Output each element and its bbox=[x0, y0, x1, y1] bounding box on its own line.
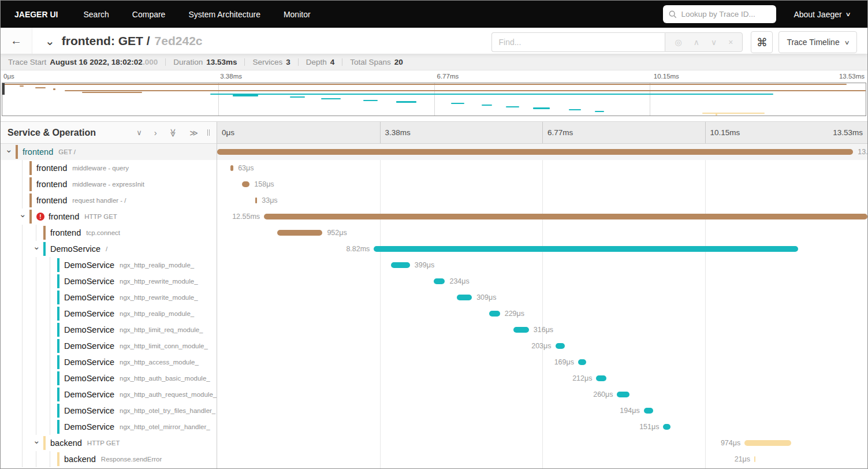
span-tree-row[interactable]: DemoServicengx_http_otel_mirror_handler_ bbox=[1, 419, 217, 435]
minimap-span-bar[interactable] bbox=[53, 88, 55, 90]
minimap-span-bar[interactable] bbox=[363, 100, 378, 101]
span-timeline-row[interactable]: 169μs bbox=[217, 354, 867, 370]
minimap-span-bar[interactable] bbox=[482, 105, 493, 106]
collapse-one-icon[interactable]: ∨ bbox=[136, 129, 142, 136]
minimap-span-bar[interactable] bbox=[716, 114, 717, 115]
minimap-span-bar[interactable] bbox=[533, 107, 550, 109]
minimap-span-bar[interactable] bbox=[290, 96, 305, 98]
expand-collapse-chevron-icon[interactable]: ⌄ bbox=[19, 212, 27, 217]
span-timeline-row[interactable]: 952μs bbox=[217, 225, 867, 241]
span-tree-row[interactable]: DemoServicengx_http_realip_module_ bbox=[1, 306, 217, 322]
span-timeline-row[interactable]: 399μs bbox=[217, 257, 867, 273]
trace-view-dropdown[interactable]: Trace Timeline ∨ bbox=[778, 31, 857, 53]
span-timeline-row[interactable]: 33μs bbox=[217, 192, 867, 209]
expand-all-icon[interactable]: ≫ bbox=[189, 129, 198, 137]
span-bar[interactable] bbox=[617, 392, 629, 397]
span-tree-row[interactable]: DemoServicengx_http_realip_module_ bbox=[1, 257, 217, 273]
minimap-span-bar[interactable] bbox=[65, 90, 866, 91]
span-timeline-row[interactable]: 974μs bbox=[217, 435, 867, 451]
span-bar[interactable] bbox=[744, 440, 791, 446]
span-tree-row[interactable]: ⌄DemoService/ bbox=[1, 241, 217, 257]
span-timeline-row[interactable]: 229μs bbox=[217, 306, 867, 322]
span-timeline-row[interactable]: 21μs bbox=[217, 451, 867, 467]
span-bar[interactable] bbox=[255, 198, 257, 203]
panel-resize-grip[interactable] bbox=[207, 129, 210, 136]
prev-match-icon[interactable]: ∧ bbox=[694, 38, 699, 46]
minimap-span-bar[interactable] bbox=[396, 101, 416, 102]
keyboard-shortcuts-button[interactable]: ⌘ bbox=[751, 31, 773, 53]
collapse-all-icon[interactable]: ≫ bbox=[169, 128, 177, 137]
span-timeline-row[interactable]: 212μs bbox=[217, 370, 867, 386]
minimap-span-bar[interactable] bbox=[20, 85, 24, 87]
span-tree-row[interactable]: DemoServicengx_http_rewrite_module_ bbox=[1, 289, 217, 306]
minimap-range-handle[interactable] bbox=[2, 83, 5, 95]
span-timeline-row[interactable]: 8.82ms bbox=[217, 241, 867, 257]
span-tree-row[interactable]: frontendmiddleware - expressInit bbox=[1, 176, 217, 192]
clear-find-icon[interactable]: × bbox=[728, 38, 733, 46]
span-timeline-row[interactable]: 194μs bbox=[217, 403, 867, 419]
span-bar[interactable] bbox=[457, 295, 472, 300]
span-tree-row[interactable]: DemoServicengx_http_auth_basic_module_ bbox=[1, 370, 217, 386]
expand-one-icon[interactable]: › bbox=[154, 128, 157, 137]
span-bar[interactable] bbox=[230, 165, 234, 171]
minimap-span-bar[interactable] bbox=[82, 92, 143, 93]
span-tree-row[interactable]: DemoServicengx_http_rewrite_module_ bbox=[1, 273, 217, 289]
minimap-span-bar[interactable] bbox=[595, 111, 605, 112]
expand-collapse-chevron-icon[interactable]: ⌄ bbox=[33, 438, 40, 443]
minimap-span-bar[interactable] bbox=[233, 95, 258, 96]
expand-collapse-chevron-icon[interactable]: ⌄ bbox=[5, 147, 13, 152]
span-bar[interactable] bbox=[663, 424, 670, 430]
span-timeline-row[interactable]: 234μs bbox=[217, 273, 867, 289]
span-timeline-row[interactable]: 309μs bbox=[217, 289, 867, 306]
span-tree-row[interactable]: ⌄!frontendHTTP GET bbox=[1, 209, 217, 225]
span-bar[interactable] bbox=[513, 327, 528, 333]
span-tree-row[interactable]: backendResponse.sendError bbox=[1, 451, 217, 467]
span-tree-row[interactable]: ⌄frontendGET / bbox=[1, 144, 217, 160]
minimap-span-bar[interactable] bbox=[321, 98, 341, 99]
span-timeline-row[interactable]: 260μs bbox=[217, 386, 867, 403]
span-tree-row[interactable]: ⌄backendHTTP GET bbox=[1, 435, 217, 451]
minimap-span-bar[interactable] bbox=[569, 109, 581, 110]
minimap-span-bar[interactable] bbox=[35, 87, 46, 88]
span-tree-row[interactable]: frontendtcp.connect bbox=[1, 225, 217, 241]
span-tree-row[interactable]: DemoServicengx_http_limit_req_module_ bbox=[1, 322, 217, 338]
find-input[interactable] bbox=[491, 32, 665, 52]
trace-id-lookup[interactable]: Lookup by Trace ID... bbox=[663, 5, 776, 23]
span-bar[interactable] bbox=[556, 343, 565, 349]
span-timeline-row[interactable]: 151μs bbox=[217, 419, 867, 435]
expand-collapse-chevron-icon[interactable]: ⌄ bbox=[33, 244, 40, 249]
span-timeline-row[interactable]: 63μs bbox=[217, 160, 867, 176]
span-bar[interactable] bbox=[596, 375, 606, 381]
span-timeline-row[interactable]: 13.53ms bbox=[217, 144, 867, 160]
next-match-icon[interactable]: ∨ bbox=[711, 38, 717, 46]
span-timeline-row[interactable]: 158μs bbox=[217, 176, 867, 192]
span-bar[interactable] bbox=[264, 214, 867, 219]
back-button[interactable]: ← bbox=[1, 28, 32, 54]
span-bar[interactable] bbox=[754, 456, 755, 462]
collapse-title-chevron-icon[interactable]: ⌄ bbox=[45, 38, 55, 44]
span-tree-row[interactable]: DemoServicengx_http_limit_conn_module_ bbox=[1, 338, 217, 354]
span-tree-row[interactable]: frontendrequest handler - / bbox=[1, 192, 217, 209]
span-tree-row[interactable]: DemoServicengx_http_otel_try_files_handl… bbox=[1, 403, 217, 419]
span-bar[interactable] bbox=[374, 246, 798, 252]
span-tree-row[interactable]: DemoServicengx_http_access_module_ bbox=[1, 354, 217, 370]
nav-item-system-architecture[interactable]: System Architecture bbox=[188, 10, 260, 19]
span-tree-row[interactable]: DemoServicengx_http_auth_request_module_ bbox=[1, 386, 217, 403]
span-bar[interactable] bbox=[217, 149, 853, 155]
span-bar[interactable] bbox=[578, 359, 586, 365]
minimap-span-bar[interactable] bbox=[2, 84, 847, 85]
span-bar[interactable] bbox=[434, 278, 445, 284]
minimap-span-bar[interactable] bbox=[451, 103, 464, 104]
span-timeline-row[interactable]: 12.55ms bbox=[217, 209, 867, 225]
span-timeline-row[interactable]: 316μs bbox=[217, 322, 867, 338]
span-bar[interactable] bbox=[242, 181, 250, 187]
span-bar[interactable] bbox=[277, 230, 323, 236]
minimap-span-bar[interactable] bbox=[210, 94, 773, 95]
span-bar[interactable] bbox=[489, 311, 500, 317]
about-jaeger-menu[interactable]: About Jaeger ∨ bbox=[794, 10, 850, 19]
nav-item-monitor[interactable]: Monitor bbox=[284, 10, 311, 19]
minimap-span-bar[interactable] bbox=[506, 106, 519, 107]
span-bar[interactable] bbox=[644, 408, 653, 414]
span-tree-row[interactable]: frontendmiddleware - query bbox=[1, 160, 217, 176]
nav-item-search[interactable]: Search bbox=[83, 10, 109, 19]
